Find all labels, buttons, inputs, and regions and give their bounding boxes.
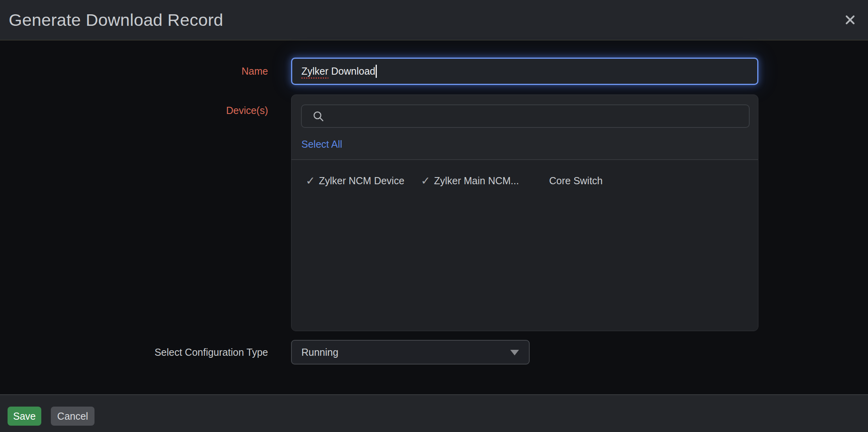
select-all-link[interactable]: Select All (301, 139, 342, 150)
checkmark-icon: ✓ (306, 176, 319, 187)
close-icon (843, 13, 857, 27)
cancel-button[interactable]: Cancel (51, 407, 95, 426)
dialog-header: Generate Download Record (0, 0, 868, 40)
device-picker-toolbar: Select All (291, 95, 758, 159)
device-item-label: Zylker Main NCM... (434, 175, 519, 187)
device-list: ✓ Zylker NCM Device ✓ Zylker Main NCM...… (291, 159, 758, 331)
config-type-selected-value: Running (301, 347, 338, 358)
device-item[interactable]: ✓ Zylker Main NCM... (421, 175, 536, 187)
device-search-box[interactable] (301, 104, 750, 128)
dropdown-arrow-icon (510, 350, 519, 355)
generate-download-record-dialog: Generate Download Record Name Zylker Dow… (0, 0, 868, 432)
config-type-dropdown[interactable]: Running (291, 340, 530, 364)
name-input-value-misspelled: Zylker (301, 66, 328, 77)
config-type-label: Select Configuration Type (0, 347, 268, 358)
name-label: Name (0, 66, 268, 77)
device-item[interactable]: ✓ Zylker NCM Device (306, 175, 421, 187)
device-picker-panel: Select All ✓ Zylker NCM Device ✓ Zylker … (291, 94, 758, 331)
name-input-value-rest: Download (328, 66, 375, 77)
device-item-label: Zylker NCM Device (319, 175, 404, 187)
dialog-title: Generate Download Record (9, 10, 223, 30)
text-caret (376, 65, 377, 78)
name-input[interactable]: Zylker Download (291, 58, 758, 85)
devices-label: Device(s) (0, 105, 268, 116)
save-button[interactable]: Save (8, 407, 41, 426)
device-item-label: Core Switch (549, 175, 603, 187)
checkmark-icon: ✓ (421, 176, 434, 187)
dialog-footer: Save Cancel (0, 394, 868, 432)
device-search-input[interactable] (302, 105, 749, 127)
device-item[interactable]: ✓ Core Switch (536, 175, 651, 187)
close-button[interactable] (842, 12, 858, 28)
